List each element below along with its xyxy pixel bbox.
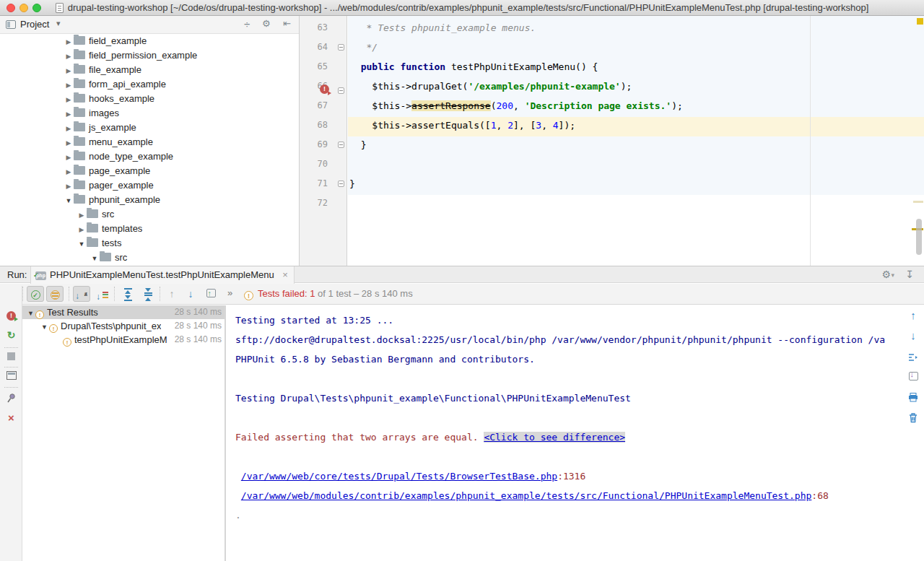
test-class-row[interactable]: ▼!Drupal\Tests\phpunit_ex 28 s 140 ms: [22, 319, 225, 333]
jump-icon: [907, 352, 919, 362]
clear-console-button[interactable]: [902, 410, 924, 423]
chevron-right-icon[interactable]: ▶: [77, 208, 87, 222]
scroll-up-button[interactable]: ↑: [902, 309, 924, 321]
tree-item[interactable]: ▶file_example: [0, 63, 299, 77]
fold-marker-icon[interactable]: [338, 87, 344, 94]
project-panel-title[interactable]: Project: [20, 19, 49, 30]
pin-icon: [6, 393, 17, 404]
fold-marker-icon[interactable]: [338, 181, 344, 187]
gear-icon[interactable]: ⚙: [881, 269, 891, 280]
sort-alphabetically-toggle[interactable]: ↓az: [73, 286, 90, 302]
chevron-down-icon[interactable]: ▾: [56, 19, 61, 28]
chevron-right-icon[interactable]: ▶: [64, 64, 74, 78]
scroll-down-button[interactable]: ↓: [902, 329, 924, 342]
previous-failed-test-button[interactable]: ↑: [163, 286, 180, 302]
collapse-all-button[interactable]: [139, 286, 157, 302]
test-failed-gutter-icon[interactable]: !: [320, 84, 329, 94]
test-console[interactable]: Testing started at 13:25 ... sftp://dock…: [226, 305, 902, 561]
see-difference-link[interactable]: <Click to see difference>: [484, 432, 625, 443]
rerun-failed-tests-button[interactable]: !: [0, 308, 22, 321]
chevron-down-icon[interactable]: ▼: [90, 251, 100, 266]
show-passed-toggle[interactable]: ✓: [27, 286, 44, 302]
chevron-right-icon[interactable]: ▶: [64, 165, 74, 179]
tree-item[interactable]: ▶field_permission_example: [0, 48, 299, 63]
deprecated-call: assertResponse: [411, 100, 491, 111]
stripe-mark[interactable]: [913, 201, 923, 203]
chevron-right-icon[interactable]: ▶: [64, 136, 74, 150]
chevron-right-icon[interactable]: ▶: [64, 92, 74, 107]
tree-item[interactable]: ▶form_api_example: [0, 77, 299, 92]
tree-item[interactable]: ▶hooks_example: [0, 92, 299, 106]
export-test-results-button[interactable]: ↑: [202, 286, 219, 302]
fold-marker-icon[interactable]: [338, 44, 344, 51]
chevron-right-icon[interactable]: ▶: [64, 179, 74, 193]
line-number: :1316: [557, 471, 585, 482]
tree-item-phpunit-example[interactable]: ▼phpunit_example: [0, 193, 299, 207]
chevron-right-icon[interactable]: ▶: [64, 49, 74, 64]
close-icon[interactable]: ×: [282, 269, 288, 280]
tree-item[interactable]: ▶templates: [0, 222, 299, 236]
chevron-right-icon[interactable]: ▶: [64, 107, 74, 121]
pin-tab-button[interactable]: [0, 391, 22, 404]
print-button[interactable]: [902, 390, 924, 402]
project-panel-header: Project ▾ ÷ ⚙ ⇤: [0, 16, 299, 34]
chevron-down-icon[interactable]: ▼: [64, 193, 74, 208]
folder-icon: [87, 224, 98, 232]
import-box-icon: ↓: [909, 372, 918, 380]
folder-icon: [87, 238, 98, 247]
stacktrace-link[interactable]: /var/www/web/modules/contrib/examples/ph…: [241, 490, 812, 501]
scroll-from-source-icon[interactable]: ÷: [244, 18, 250, 30]
duration: 28 s 140 ms: [175, 333, 222, 347]
chevron-down-icon[interactable]: ▼: [77, 237, 87, 251]
chevron-right-icon[interactable]: ▶: [64, 121, 74, 136]
sort-by-duration-button[interactable]: ↓: [94, 286, 111, 302]
duration: 28 s 140 ms: [175, 305, 222, 319]
test-results-root-row[interactable]: ▼!Test Results 28 s 140 ms: [22, 305, 225, 319]
restore-layout-button[interactable]: [0, 370, 22, 382]
tree-item[interactable]: ▶pager_example: [0, 178, 299, 193]
layout-icon: [6, 371, 17, 380]
hide-panel-icon[interactable]: ⇤: [283, 18, 291, 29]
folder-icon: [100, 253, 111, 261]
tree-item-src[interactable]: ▼src: [0, 251, 299, 265]
command-line: sftp://docker@drupaltest.docksal:2225/us…: [235, 334, 885, 345]
more-actions-chevron[interactable]: »: [227, 287, 232, 298]
analyzer-status-square[interactable]: [917, 18, 923, 25]
duration: 28 s 140 ms: [175, 319, 222, 333]
chevron-right-icon[interactable]: ▶: [64, 35, 74, 49]
tree-item[interactable]: ▶src: [0, 207, 299, 222]
tree-item[interactable]: ▶page_example: [0, 164, 299, 178]
test-method-row[interactable]: !testPhpUnitExampleM 28 s 140 ms: [22, 333, 225, 347]
hide-panel-icon[interactable]: ↧: [905, 269, 914, 280]
chevron-right-icon[interactable]: ▶: [64, 150, 74, 165]
folder-icon: [74, 181, 85, 189]
gear-icon[interactable]: ⚙: [262, 18, 271, 29]
toggle-auto-test-button[interactable]: ↻: [0, 329, 22, 341]
jump-to-source-button[interactable]: [902, 350, 924, 362]
tree-item[interactable]: ▶images: [0, 106, 299, 121]
folder-icon: [74, 51, 85, 59]
fold-marker-icon[interactable]: [338, 142, 344, 148]
import-results-button[interactable]: ↓: [902, 370, 924, 383]
run-tab[interactable]: php ✓ PHPUnitExampleMenuTest.testPhpUnit…: [30, 266, 295, 284]
code-editor[interactable]: * Tests phpunit_example menus. */ public…: [300, 16, 924, 266]
chevron-right-icon[interactable]: ▶: [64, 78, 74, 92]
console-right-toolbar: ↑ ↓ ↓: [902, 305, 924, 561]
close-panel-button[interactable]: ×: [0, 412, 22, 424]
show-ignored-toggle[interactable]: [46, 286, 64, 302]
chevron-right-icon[interactable]: ▶: [77, 222, 87, 237]
tree-item[interactable]: ▶js_example: [0, 121, 299, 135]
expand-all-button[interactable]: [119, 286, 136, 302]
project-panel: Project ▾ ÷ ⚙ ⇤ ▶field_example ▶field_pe…: [0, 16, 300, 266]
check-overlay-icon: ✓: [33, 267, 39, 284]
tree-item[interactable]: ▶node_type_example: [0, 149, 299, 164]
next-failed-test-button[interactable]: ↓: [182, 286, 199, 302]
tree-item[interactable]: ▶field_example: [0, 34, 299, 48]
stop-button[interactable]: [0, 351, 22, 362]
tree-item-tests[interactable]: ▼tests: [0, 236, 299, 251]
editor-vertical-scrollbar[interactable]: [916, 219, 922, 255]
folder-icon: [74, 166, 85, 175]
stacktrace-link[interactable]: /var/www/web/core/tests/Drupal/Tests/Bro…: [241, 471, 557, 482]
tree-item[interactable]: ▶menu_example: [0, 135, 299, 149]
title-bar: drupal-testing-workshop [~/Code/os/drupa…: [0, 0, 924, 16]
